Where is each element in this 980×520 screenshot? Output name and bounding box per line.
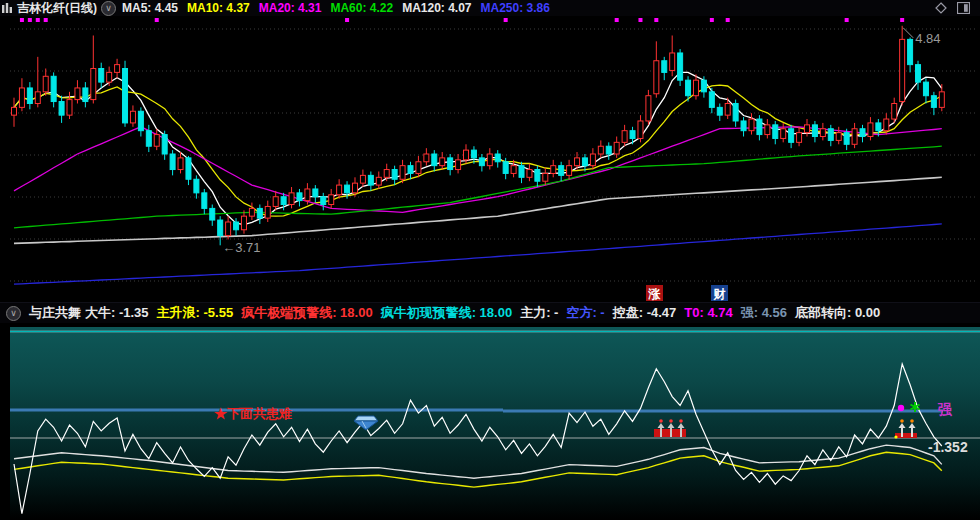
diamond-tool-icon[interactable] xyxy=(935,2,947,14)
candle-body xyxy=(638,121,643,138)
candle-body xyxy=(765,125,770,135)
indicator-value-2: 疯牛极端预警线: 18.00 xyxy=(241,305,372,320)
candle-body xyxy=(717,107,722,115)
candle-body xyxy=(678,53,683,80)
candle-body xyxy=(313,189,318,197)
candle-body xyxy=(527,170,532,178)
candle-body xyxy=(75,88,80,100)
star-note: ★下面共患难 xyxy=(214,406,292,421)
candle-body xyxy=(43,76,48,92)
candle-body xyxy=(368,175,373,185)
candle-body xyxy=(654,61,659,94)
main-chart-header: 吉林化纤(日线) ∨ MA5: 4.45MA10: 4.37MA20: 4.31… xyxy=(0,0,980,16)
signal-dot xyxy=(654,18,658,22)
candle xyxy=(678,49,683,86)
last-value: -1.352 xyxy=(928,439,968,455)
candle-body xyxy=(281,197,286,205)
arrow-top-dot xyxy=(679,419,683,423)
ma-label-2: MA20: 4.31 xyxy=(259,1,322,15)
candle-body xyxy=(519,166,524,178)
candle-body xyxy=(646,96,651,121)
candle-body xyxy=(598,146,603,154)
candle-body xyxy=(495,154,500,162)
candle-body xyxy=(329,195,334,205)
candle-body xyxy=(709,92,714,108)
indicator-collapse-chevron-icon[interactable]: ∨ xyxy=(6,306,21,321)
indicator-value-3: 疯牛初现预警线: 18.00 xyxy=(381,305,512,320)
candle-body xyxy=(12,107,17,115)
candle-body xyxy=(123,69,128,123)
candle-body xyxy=(392,170,397,180)
candle-body xyxy=(178,158,183,170)
candle-body xyxy=(273,197,278,207)
candle-body xyxy=(908,39,913,64)
chart-menu-icon[interactable] xyxy=(2,3,12,13)
candle-body xyxy=(321,197,326,205)
candle-body xyxy=(575,158,580,166)
candle-body xyxy=(789,129,794,143)
candle-body xyxy=(686,80,691,96)
candle-body xyxy=(416,162,421,174)
candle-body xyxy=(67,100,72,116)
candle-body xyxy=(781,129,786,139)
signal-dot xyxy=(900,18,904,22)
signal-dot xyxy=(345,18,349,22)
candle-body xyxy=(749,119,754,131)
candle-body xyxy=(931,96,936,108)
ma-label-1: MA10: 4.37 xyxy=(187,1,250,15)
candle-body xyxy=(670,53,675,70)
candle-body xyxy=(503,162,508,174)
candle-body xyxy=(614,142,619,154)
qiang-label: 强 xyxy=(937,401,953,417)
candle-body xyxy=(162,135,167,154)
candle-body xyxy=(797,133,802,143)
candle-body xyxy=(154,135,159,147)
indicator-chart[interactable]: ★下面共患难强-1.352 xyxy=(0,323,980,520)
panel-background xyxy=(10,327,980,519)
arrow-top-dot xyxy=(900,419,904,423)
candle-body xyxy=(567,166,572,176)
candlestick-chart[interactable]: 4.84←3.71涨财 xyxy=(0,16,980,302)
candle-body xyxy=(828,129,833,141)
indicator-title: 与庄共舞 xyxy=(29,304,81,322)
candle-body xyxy=(138,111,143,130)
candle-body xyxy=(337,185,342,195)
chart-collapse-chevron-icon[interactable]: ∨ xyxy=(101,1,116,16)
stock-app-window: 吉林化纤(日线) ∨ MA5: 4.45MA10: 4.37MA20: 4.31… xyxy=(0,0,980,520)
arrow-top-dot xyxy=(659,419,663,423)
candle-body xyxy=(741,121,746,131)
low-price-label: ←3.71 xyxy=(222,240,260,255)
candle-body xyxy=(27,88,32,104)
candle-body xyxy=(812,125,817,137)
indicator-value-4: 主力: - xyxy=(520,305,558,320)
candle-body xyxy=(535,170,540,182)
candle xyxy=(123,61,128,127)
candle-body xyxy=(345,185,350,193)
candle-body xyxy=(440,158,445,166)
candle-body xyxy=(479,158,484,166)
candle-body xyxy=(487,154,492,166)
signal-dot xyxy=(36,18,40,22)
candle-body xyxy=(218,220,223,236)
signal-dot xyxy=(615,18,619,22)
candle-body xyxy=(820,129,825,137)
split-window-icon[interactable] xyxy=(957,2,970,14)
candle-body xyxy=(305,189,310,201)
high-price-label: 4.84 xyxy=(915,31,940,46)
yellow-dot xyxy=(894,435,897,438)
candle-body xyxy=(35,92,40,104)
candle-body xyxy=(19,88,24,107)
candle-body xyxy=(939,92,944,108)
candle-body xyxy=(844,133,849,145)
candle-body xyxy=(432,154,437,166)
ma-label-3: MA60: 4.22 xyxy=(330,1,393,15)
candle-body xyxy=(701,80,706,92)
candle-body xyxy=(424,154,429,162)
candle-body xyxy=(384,170,389,178)
candle-body xyxy=(916,65,921,82)
chart-badge: 财 xyxy=(711,285,728,301)
magenta-dot xyxy=(898,405,904,411)
candle-body xyxy=(115,65,120,73)
candle-body xyxy=(733,103,738,120)
candle-body xyxy=(130,111,135,123)
